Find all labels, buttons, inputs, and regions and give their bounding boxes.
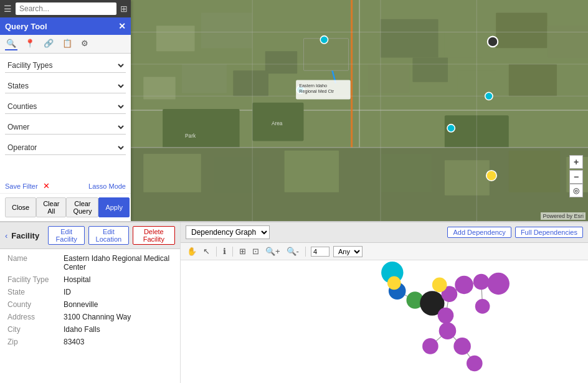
tab-settings[interactable]: ⚙ <box>80 37 90 50</box>
node-14 <box>467 356 483 372</box>
node-7 <box>473 274 490 290</box>
value-facility-type: Hospital <box>64 275 173 284</box>
facility-title: Facility <box>11 231 39 240</box>
svg-point-43 <box>486 171 496 181</box>
delete-facility-button[interactable]: Delete Facility <box>133 226 175 245</box>
zoom-in-button[interactable]: + <box>569 155 583 169</box>
dependency-graph-svg <box>181 260 588 383</box>
edit-location-button[interactable]: Edit Location <box>88 226 128 245</box>
label-address: Address <box>7 313 64 321</box>
map-area[interactable]: Park Area <box>131 0 588 221</box>
filter-error-icon: ✕ <box>43 181 50 191</box>
counties-select[interactable]: Counties <box>5 100 126 114</box>
info-row-facility-type: Facility Type Hospital <box>7 275 173 284</box>
owner-select[interactable]: Owner <box>5 120 126 135</box>
graph-canvas[interactable] <box>181 260 588 383</box>
svg-rect-31 <box>509 151 560 192</box>
graph-toolbar: ✋ ↖ ℹ ⊞ ⊡ 🔍+ 🔍- Any <box>181 243 588 260</box>
apply-button[interactable]: Apply <box>98 197 130 217</box>
tab-pin[interactable]: 📍 <box>24 37 36 50</box>
states-select[interactable]: States <box>5 79 126 93</box>
info-row-state: State ID <box>7 288 173 296</box>
svg-text:Eastern Idaho: Eastern Idaho <box>299 83 327 88</box>
value-address: 3100 Channing Way <box>64 313 173 321</box>
node-13 <box>453 338 471 355</box>
facility-info: Name Eastern Idaho Regional Medical Cent… <box>0 249 180 383</box>
states-field: States <box>5 79 126 93</box>
svg-rect-7 <box>265 51 297 73</box>
zoom-in-graph-icon[interactable]: 🔍+ <box>264 245 282 257</box>
svg-point-40 <box>320 36 328 44</box>
powered-by: Powered by Esri <box>541 212 586 220</box>
lasso-mode-link[interactable]: Lasso Mode <box>88 182 126 190</box>
value-county: Bonneville <box>64 300 173 309</box>
facility-header: ‹ Facility Edit Facility Edit Location D… <box>0 222 180 249</box>
label-county: County <box>7 300 64 309</box>
svg-rect-6 <box>201 13 252 49</box>
clear-query-button[interactable]: Clear Query <box>66 197 98 217</box>
facility-types-select[interactable]: Facility Types <box>5 59 126 73</box>
save-filter-link[interactable]: Save Filter <box>5 182 38 190</box>
svg-rect-19 <box>509 64 557 96</box>
full-dependencies-button[interactable]: Full Dependencies <box>515 227 583 238</box>
svg-point-47 <box>488 37 498 47</box>
svg-rect-30 <box>445 160 490 196</box>
node-8 <box>487 273 509 295</box>
info-icon[interactable]: ℹ <box>222 245 227 257</box>
pan-tool-icon[interactable]: ✋ <box>186 245 198 257</box>
toolbar-separator-2 <box>232 247 233 257</box>
graph-header: Dependency Graph Add Dependency Full Dep… <box>181 222 588 243</box>
node-16 <box>387 277 401 290</box>
filter-actions: Save Filter ✕ Lasso Mode <box>0 179 131 193</box>
label-name: Name <box>7 254 64 272</box>
location-button[interactable]: ◎ <box>569 184 583 197</box>
top-area: ☰ ⊞ Query Tool ✕ 🔍 📍 🔗 📋 ⚙ Facility Type… <box>0 0 588 221</box>
svg-rect-17 <box>412 58 448 82</box>
zoom-fit-icon[interactable]: ⊞ <box>238 245 247 257</box>
info-row-city: City Idaho Falls <box>7 325 173 334</box>
label-state: State <box>7 288 64 296</box>
info-row-zip: Zip 83403 <box>7 338 173 346</box>
node-10 <box>438 308 454 324</box>
svg-rect-14 <box>182 64 227 93</box>
hamburger-icon[interactable]: ☰ <box>4 4 12 14</box>
edit-facility-button[interactable]: Edit Facility <box>48 226 85 245</box>
zoom-out-button[interactable]: − <box>569 170 583 184</box>
zoom-controls: + − <box>569 155 583 184</box>
tab-search[interactable]: 🔍 <box>5 37 17 50</box>
search-bar: ☰ ⊞ <box>0 0 131 17</box>
tab-table[interactable]: 📋 <box>61 37 74 50</box>
level-input[interactable] <box>311 247 330 257</box>
add-dependency-button[interactable]: Add Dependency <box>447 227 511 238</box>
svg-rect-15 <box>233 70 268 96</box>
value-zip: 83403 <box>64 338 173 346</box>
label-facility-type: Facility Type <box>7 275 64 284</box>
search-input[interactable] <box>16 2 116 15</box>
facility-back-button[interactable]: ‹ <box>5 231 7 240</box>
clear-all-button[interactable]: Clear All <box>36 197 66 217</box>
toolbar-separator-3 <box>305 247 306 257</box>
zoom-box-icon[interactable]: ⊡ <box>251 245 260 257</box>
svg-rect-29 <box>381 154 432 192</box>
tab-share[interactable]: 🔗 <box>42 37 55 50</box>
grid-icon[interactable]: ⊞ <box>120 4 128 14</box>
query-buttons: Close Clear All Clear Query Apply <box>0 193 131 221</box>
label-city: City <box>7 325 64 334</box>
select-tool-icon[interactable]: ↖ <box>202 245 211 257</box>
graph-title-area: Dependency Graph <box>186 225 270 239</box>
zoom-out-graph-icon[interactable]: 🔍- <box>285 245 300 257</box>
info-row-address: Address 3100 Channing Way <box>7 313 173 321</box>
filter-select[interactable]: Any <box>333 246 363 257</box>
operator-select[interactable]: Operator <box>5 141 126 155</box>
toolbar-separator-1 <box>216 247 217 257</box>
node-9 <box>475 299 490 314</box>
svg-text:Area: Area <box>272 121 283 126</box>
svg-point-44 <box>485 92 493 100</box>
info-row-name: Name Eastern Idaho Regional Medical Cent… <box>7 254 173 272</box>
close-button[interactable]: Close <box>5 197 36 217</box>
query-tool-close[interactable]: ✕ <box>118 21 126 31</box>
operator-field: Operator <box>5 141 126 155</box>
graph-type-select[interactable]: Dependency Graph <box>186 225 270 239</box>
svg-rect-16 <box>368 64 409 93</box>
node-11 <box>439 322 457 339</box>
